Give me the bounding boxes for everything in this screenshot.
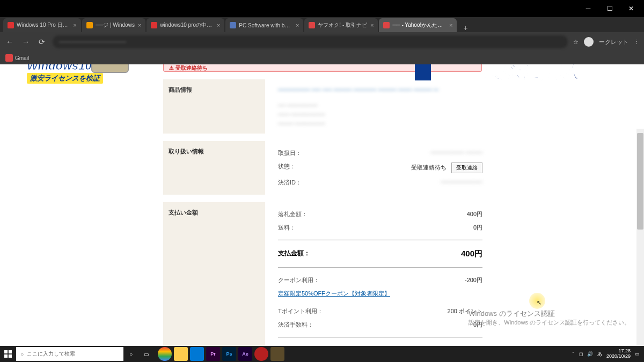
windows-activation-watermark: Windows のライセンス認証 設定を開き、Windows のライセンス認証を… [469, 309, 630, 327]
window-titlebar: ─ ☐ ✕ [0, 0, 644, 17]
gmail-icon [5, 54, 13, 62]
tab-3[interactable]: PC Software with best price on V× [225, 18, 303, 32]
cursor-highlight: ↖ [529, 293, 545, 309]
gimp-icon[interactable] [270, 347, 284, 361]
scrollbar[interactable] [636, 129, 644, 346]
svg-rect-2 [4, 354, 8, 358]
close-icon[interactable]: × [296, 22, 299, 28]
premiere-icon[interactable]: Pr [206, 347, 220, 361]
taskbar-search[interactable]: ○ ここに入力して検索 [16, 347, 123, 361]
tray-volume-icon[interactable]: 🔊 [587, 351, 593, 357]
close-icon[interactable]: × [449, 22, 452, 28]
overlay-block [415, 64, 431, 80]
photoshop-icon[interactable]: Ps [222, 347, 236, 361]
menu-icon[interactable]: ⋮ [634, 39, 640, 46]
record-icon[interactable] [254, 347, 268, 361]
receipt-contact-button[interactable]: 受取連絡 [451, 162, 482, 173]
svg-rect-3 [9, 354, 12, 358]
browser-addressbar: ← → ⟳ ──────────────── ☆ ークレット ⋮ [0, 32, 644, 51]
section-label: 商品情報 [163, 79, 265, 134]
coupon-link[interactable]: 定額限定50%OFFクーポン【対象者限定】 [278, 290, 390, 298]
start-button[interactable] [0, 346, 16, 362]
close-window-button[interactable]: ✕ [620, 1, 642, 16]
url-field[interactable]: ──────────────── [53, 35, 568, 48]
page-content: Windows10 激安ライセンスを検証 実際に購入 ⚠ 受取連絡待ち 商品情報… [0, 64, 644, 346]
search-icon: ○ [20, 351, 24, 357]
taskbar: ○ ここに入力して検索 ○ ▭ Pr Ps Ae ˄ ◻ 🔊 あ 17:28 2… [0, 346, 644, 362]
forward-button[interactable]: → [20, 36, 31, 47]
section-label: 取り扱い情報 [163, 141, 265, 195]
svg-rect-0 [4, 350, 8, 353]
svg-rect-1 [9, 350, 12, 353]
section-payment: 支払い金額 落札金額：400円 送料：0円 支払金額：400円 クーポン利用：-… [163, 202, 482, 346]
tab-2[interactable]: windows10 proの中古/新品通販 |× [147, 18, 224, 32]
task-view-icon[interactable]: ▭ [139, 347, 153, 361]
mail-icon[interactable] [190, 347, 204, 361]
tab-5[interactable]: ── - Yahoo!かんたん決済× [379, 18, 457, 32]
video-caption-overlay: 実際に購入 [482, 64, 580, 84]
browser-tabbar: Windows 10 Pro 日本語版 マイク× ──ジ | Windows× … [0, 17, 644, 32]
maximize-button[interactable]: ☐ [599, 1, 620, 16]
new-tab-button[interactable]: + [458, 24, 473, 32]
close-icon[interactable]: × [370, 22, 374, 28]
back-button[interactable]: ← [4, 36, 15, 47]
tab-0[interactable]: Windows 10 Pro 日本語版 マイク× [3, 18, 81, 32]
ime-indicator[interactable]: あ [597, 351, 602, 358]
scrollbar-thumb[interactable] [637, 133, 643, 230]
section-label: 支払い金額 [163, 202, 265, 346]
cursor-icon: ↖ [537, 299, 541, 306]
clipboard-graphic [91, 64, 129, 73]
minimize-button[interactable]: ─ [577, 1, 599, 16]
section-handling: 取り扱い情報 取扱日：──────── ──── 状態： 受取連絡待ち 受取連絡… [163, 141, 482, 195]
taskbar-clock[interactable]: 17:28 2020/10/29 [606, 349, 631, 359]
tray-network-icon[interactable]: ◻ [579, 351, 583, 357]
notification-icon[interactable]: ▭ [635, 351, 640, 357]
section-product: 商品情報 ─────── ── ── ──── ───── ──── ─── ─… [163, 79, 482, 134]
product-title[interactable]: ─────── ── ── ──── ───── ──── ─── ──── ─ [278, 85, 482, 94]
tab-4[interactable]: ヤフオク! - 取引ナビ× [304, 18, 378, 32]
reload-button[interactable]: ⟳ [36, 36, 47, 47]
tab-1[interactable]: ──ジ | Windows× [82, 18, 145, 32]
tray-chevron-icon[interactable]: ˄ [572, 351, 575, 357]
explorer-icon[interactable] [174, 347, 188, 361]
bookmarks-bar: Gmail [0, 51, 644, 64]
star-icon[interactable]: ☆ [573, 39, 579, 46]
aftereffects-icon[interactable]: Ae [238, 347, 252, 361]
close-icon[interactable]: × [138, 22, 141, 28]
chrome-icon[interactable] [158, 347, 172, 361]
bookmark-gmail[interactable]: Gmail [5, 54, 29, 62]
close-icon[interactable]: × [217, 22, 220, 28]
avatar[interactable] [584, 37, 594, 47]
status-value: 受取連絡待ち [411, 164, 447, 171]
incognito-label: ークレット [599, 38, 628, 46]
alert-banner: ⚠ 受取連絡待ち [163, 64, 482, 72]
cortana-icon[interactable]: ○ [124, 347, 138, 361]
close-icon[interactable]: × [74, 22, 77, 28]
